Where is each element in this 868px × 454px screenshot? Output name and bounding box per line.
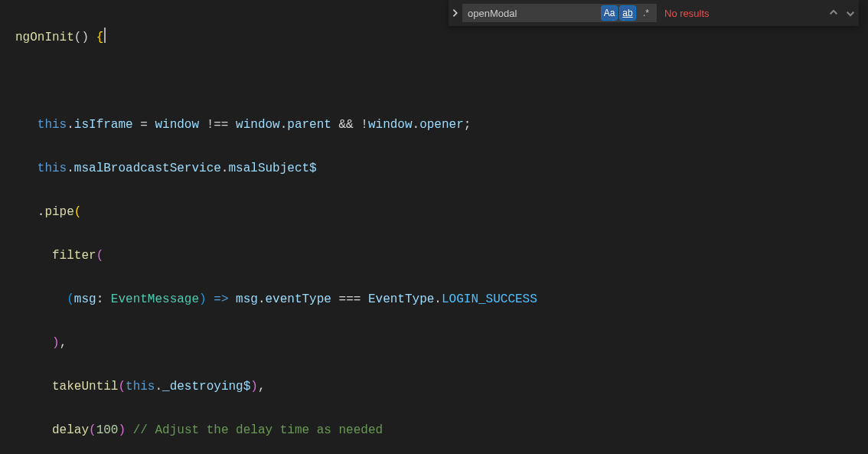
code-line: delay(100) // Adjust the delay time as n… (15, 420, 868, 442)
whole-word-toggle[interactable]: ab (619, 5, 636, 21)
tok-prop: isIframe (74, 118, 133, 132)
code-line: this.isIframe = window !== window.parent… (15, 114, 868, 136)
find-prev-button[interactable] (825, 5, 842, 21)
match-case-toggle[interactable]: Aa (601, 5, 618, 21)
find-result-count: No results (664, 8, 819, 19)
arrow-down-icon (844, 7, 857, 19)
chevron-right-icon (450, 8, 461, 18)
tok-kw: this (38, 118, 67, 132)
find-widget: Aa ab .* No results (449, 0, 859, 26)
code-line (15, 70, 868, 93)
code-line: this.msalBroadcastService.msalSubject$ (15, 158, 868, 180)
tok-brace: { (96, 31, 104, 44)
find-input-container: Aa ab .* (462, 4, 657, 22)
arrow-up-icon (827, 7, 840, 19)
tok-fn: ngOnInit (15, 31, 74, 44)
code-line: takeUntil(this._destroying$), (15, 376, 868, 398)
code-line: .pipe( (15, 201, 868, 224)
code-line: ), (15, 332, 868, 354)
tok-var: window (155, 118, 199, 132)
regex-toggle[interactable]: .* (638, 5, 654, 21)
code-line: filter( (15, 245, 868, 267)
find-input[interactable] (463, 5, 601, 21)
text-cursor (104, 28, 106, 43)
code-line: (msg: EventMessage) => msg.eventType ===… (15, 289, 868, 311)
code-line: ngOnInit() { (15, 27, 868, 49)
find-next-button[interactable] (842, 5, 859, 21)
code-editor[interactable]: ngOnInit() { this.isIframe = window !== … (0, 0, 868, 454)
find-replace-toggle[interactable] (449, 0, 462, 26)
tok-pun: () (74, 31, 96, 44)
